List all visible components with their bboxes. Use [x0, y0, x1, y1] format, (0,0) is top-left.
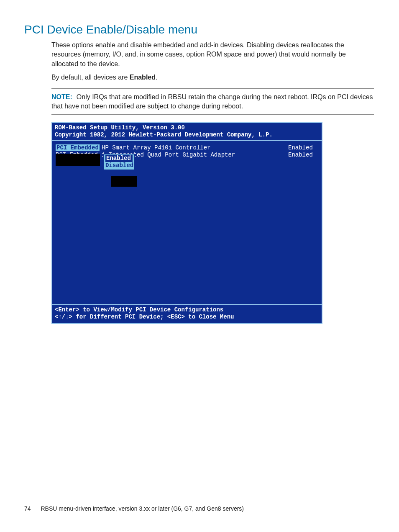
page-footer: 74 RBSU menu-driven interface, version 3…: [24, 505, 244, 512]
popup-option-disabled[interactable]: Disabled: [105, 162, 133, 169]
bios-header: ROM-Based Setup Utility, Version 3.00 Co…: [52, 123, 322, 139]
page-number: 74: [24, 505, 31, 512]
bios-row-0[interactable]: PCI Embedded HP Smart Array P410i Contro…: [56, 144, 318, 152]
note-text: Only IRQs that are modified in RBSU reta…: [51, 93, 373, 110]
default-enabled-word: Enabled: [130, 74, 156, 81]
popup-option-enabled[interactable]: Enabled: [105, 155, 133, 162]
default-paragraph: By default, all devices are Enabled.: [0, 73, 399, 86]
bios-body: PCI Embedded HP Smart Array P410i Contro…: [52, 141, 322, 293]
intro-paragraph: These options enable and disable embedde…: [0, 41, 399, 73]
shadow-block-2: [111, 176, 137, 187]
divider-top: [51, 88, 374, 89]
bios-footer-line2: <↑/↓> for Different PCI Device; <ESC> to…: [55, 314, 319, 321]
footer-text: RBSU menu-driven interface, version 3.xx…: [41, 505, 244, 512]
note-block: NOTE:Only IRQs that are modified in RBSU…: [0, 90, 399, 115]
enable-disable-popup[interactable]: Enabled Disabled: [103, 154, 135, 170]
bios-row-0-label: PCI Embedded: [56, 144, 100, 151]
default-suffix: .: [156, 74, 157, 81]
default-prefix: By default, all devices are: [51, 74, 130, 81]
popup-border-bottom: [103, 170, 135, 170]
divider-bottom: [51, 114, 374, 115]
bios-screenshot: ROM-Based Setup Utility, Version 3.00 Co…: [51, 122, 322, 324]
bios-row-0-status: Enabled: [288, 144, 318, 152]
bios-row-1-status: Enabled: [288, 152, 318, 159]
page-title: PCI Device Enable/Disable menu: [0, 0, 399, 41]
shadow-block-1: [56, 154, 100, 166]
bios-row-0-desc: HP Smart Array P410i Controller: [102, 144, 288, 152]
bios-header-line1: ROM-Based Setup Utility, Version 3.00: [55, 124, 319, 131]
bios-header-line2: Copyright 1982, 2012 Hewlett-Packard Dev…: [55, 131, 319, 139]
bios-footer: <Enter> to View/Modify PCI Device Config…: [52, 304, 322, 323]
bios-footer-line1: <Enter> to View/Modify PCI Device Config…: [55, 306, 319, 314]
note-label: NOTE:: [51, 93, 72, 100]
